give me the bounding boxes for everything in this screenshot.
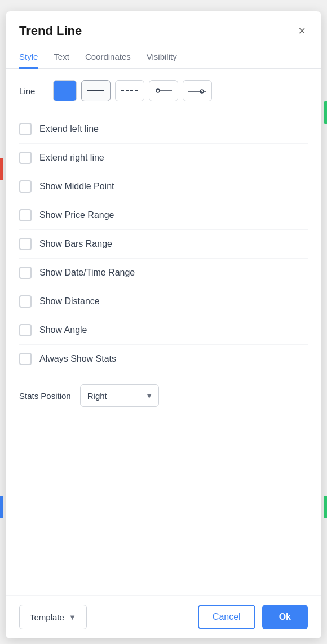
extend-right-label: Extend right line xyxy=(39,153,104,163)
checkbox-show-datetime: Show Date/Time Range xyxy=(19,259,308,287)
svg-point-0 xyxy=(156,89,160,92)
always-show-stats-label: Always Show Stats xyxy=(39,354,116,364)
template-wrapper: Template ▼ xyxy=(19,605,87,629)
checkbox-show-distance: Show Distance xyxy=(19,287,308,316)
show-price-checkbox[interactable] xyxy=(19,209,32,221)
left-blue-indicator xyxy=(0,496,3,518)
always-show-stats-checkbox[interactable] xyxy=(19,353,32,365)
line-label: Line xyxy=(19,86,53,96)
checkbox-show-middle: Show Middle Point xyxy=(19,172,308,201)
dialog-content: Line xyxy=(6,69,321,595)
show-angle-label: Show Angle xyxy=(39,325,87,335)
checkbox-show-bars: Show Bars Range xyxy=(19,230,308,259)
template-button[interactable]: Template ▼ xyxy=(19,605,87,629)
tab-text[interactable]: Text xyxy=(54,46,69,69)
show-price-label: Show Price Range xyxy=(39,210,114,220)
stats-position-select-wrapper: Left Right Center Top Bottom ▼ xyxy=(80,384,159,407)
stats-position-select[interactable]: Left Right Center Top Bottom xyxy=(80,384,159,407)
dotcircle-line-icon xyxy=(155,88,172,94)
tab-style[interactable]: Style xyxy=(19,46,38,69)
show-distance-label: Show Distance xyxy=(39,296,100,307)
checkbox-show-angle: Show Angle xyxy=(19,316,308,345)
stats-position-row: Stats Position Left Right Center Top Bot… xyxy=(19,373,308,412)
extend-right-checkbox[interactable] xyxy=(19,152,32,164)
left-red-indicator xyxy=(0,158,3,180)
dialog-header: Trend Line × xyxy=(6,11,321,39)
tab-bar: Style Text Coordinates Visibility xyxy=(6,46,321,69)
dashed-line-icon xyxy=(121,90,138,91)
cancel-button[interactable]: Cancel xyxy=(198,605,255,629)
extend-left-label: Extend left line xyxy=(39,124,99,134)
show-angle-checkbox[interactable] xyxy=(19,324,32,336)
checkbox-extend-left: Extend left line xyxy=(19,115,308,144)
dialog-title: Trend Line xyxy=(19,24,82,38)
footer-actions: Cancel Ok xyxy=(198,605,308,629)
show-datetime-label: Show Date/Time Range xyxy=(39,268,135,278)
line-controls xyxy=(53,80,212,101)
checkbox-show-price: Show Price Range xyxy=(19,201,308,230)
show-bars-label: Show Bars Range xyxy=(39,239,112,249)
arrow-line-icon xyxy=(188,85,206,97)
line-style-solid-button[interactable] xyxy=(81,80,111,101)
line-style-arrow-button[interactable] xyxy=(183,80,212,101)
line-row: Line xyxy=(19,80,308,101)
show-distance-checkbox[interactable] xyxy=(19,295,32,308)
tab-visibility[interactable]: Visibility xyxy=(147,46,177,69)
close-icon: × xyxy=(298,25,306,37)
chevron-down-icon: ▼ xyxy=(69,613,76,621)
right-teal-indicator-2 xyxy=(324,496,327,518)
right-teal-indicator-1 xyxy=(324,101,327,124)
trend-line-dialog: Trend Line × Style Text Coordinates Visi… xyxy=(6,11,321,638)
ok-button[interactable]: Ok xyxy=(262,605,308,629)
line-style-dashed-button[interactable] xyxy=(115,80,144,101)
line-style-dotcircle-button[interactable] xyxy=(149,80,178,101)
stats-position-label: Stats Position xyxy=(19,391,71,401)
extend-left-checkbox[interactable] xyxy=(19,123,32,135)
dialog-footer: Template ▼ Cancel Ok xyxy=(6,595,321,638)
solid-line-icon xyxy=(87,90,104,91)
close-button[interactable]: × xyxy=(296,23,308,39)
show-datetime-checkbox[interactable] xyxy=(19,267,32,279)
template-label: Template xyxy=(30,612,64,622)
show-middle-checkbox[interactable] xyxy=(19,180,32,193)
color-picker-button[interactable] xyxy=(53,80,77,101)
tab-coordinates[interactable]: Coordinates xyxy=(85,46,131,69)
show-bars-checkbox[interactable] xyxy=(19,238,32,250)
checkbox-always-show-stats: Always Show Stats xyxy=(19,345,308,373)
checkboxes-list: Extend left line Extend right line Show … xyxy=(19,115,308,373)
checkbox-extend-right: Extend right line xyxy=(19,144,308,172)
show-middle-label: Show Middle Point xyxy=(39,181,114,192)
